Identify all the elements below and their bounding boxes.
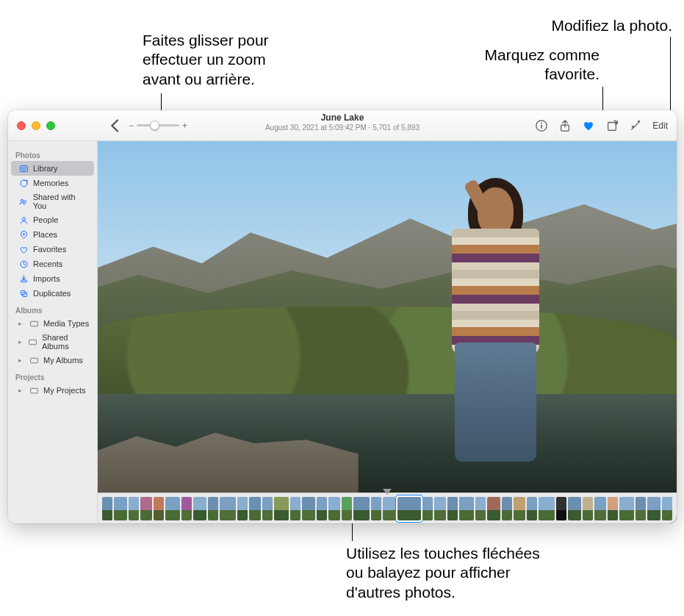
sidebar-item-favorites[interactable]: Favorites xyxy=(11,242,94,257)
sidebar-item-shared-with-you[interactable]: Shared with You xyxy=(11,190,94,212)
svg-rect-18 xyxy=(30,358,37,363)
filmstrip-thumb[interactable] xyxy=(353,497,370,520)
rotate-icon xyxy=(605,119,619,132)
filmstrip-thumb[interactable] xyxy=(594,497,606,520)
filmstrip-thumb[interactable] xyxy=(317,497,327,520)
filmstrip-thumb[interactable] xyxy=(290,497,300,520)
filmstrip-thumb[interactable] xyxy=(608,497,618,520)
filmstrip-thumb[interactable] xyxy=(487,497,500,520)
filmstrip-thumb[interactable] xyxy=(154,497,164,520)
filmstrip-thumb[interactable] xyxy=(114,497,127,520)
filmstrip-thumb[interactable] xyxy=(568,497,581,520)
main-viewer xyxy=(98,141,677,523)
window-body: Photos Library Memories Shared with You … xyxy=(8,141,677,523)
filmstrip-thumb[interactable] xyxy=(556,497,566,520)
back-button[interactable] xyxy=(107,117,124,135)
folder-icon xyxy=(29,318,39,329)
filmstrip-thumb[interactable] xyxy=(502,497,512,520)
sidebar-item-memories[interactable]: Memories xyxy=(11,176,94,190)
callout-zoom: Faites glisser pour effectuer un zoom av… xyxy=(143,31,269,89)
info-button[interactable] xyxy=(535,119,548,132)
filmstrip-thumb[interactable] xyxy=(397,497,421,520)
zoom-slider[interactable]: − + xyxy=(129,121,187,131)
folder-icon xyxy=(28,337,37,347)
filmstrip-thumb[interactable] xyxy=(514,497,525,520)
sidebar-item-label: Media Types xyxy=(43,319,89,328)
filmstrip-thumb[interactable] xyxy=(434,497,446,520)
filmstrip-thumb[interactable] xyxy=(475,497,486,520)
zoom-thumb[interactable] xyxy=(150,121,159,130)
filmstrip-thumb[interactable] xyxy=(619,497,634,520)
filmstrip-thumb[interactable] xyxy=(181,497,192,520)
filmstrip-thumb[interactable] xyxy=(302,497,315,520)
photo-view[interactable] xyxy=(98,141,677,493)
auto-enhance-button[interactable] xyxy=(629,119,642,132)
photos-window: − + June Lake August 30, 2021 at 5:09:42… xyxy=(8,110,677,523)
library-icon xyxy=(18,163,29,173)
fullscreen-window-button[interactable] xyxy=(46,121,55,130)
sidebar-item-label: Library xyxy=(33,164,58,173)
sidebar-item-recents[interactable]: Recents xyxy=(11,257,94,271)
sidebar-item-shared-albums[interactable]: ▸ Shared Albums xyxy=(11,331,94,353)
filmstrip-thumb[interactable] xyxy=(662,497,672,520)
filmstrip-thumb[interactable] xyxy=(274,497,289,520)
callout-favorite: Marquez comme favorite. xyxy=(485,46,600,85)
sidebar-item-label: Memories xyxy=(33,179,68,187)
filmstrip-thumb[interactable] xyxy=(193,497,206,520)
chevron-right-icon: ▸ xyxy=(18,387,24,394)
filmstrip-thumb[interactable] xyxy=(583,497,593,520)
info-icon xyxy=(535,119,548,132)
filmstrip-thumb[interactable] xyxy=(129,497,139,520)
share-button[interactable] xyxy=(558,119,572,132)
svg-point-8 xyxy=(21,199,24,201)
close-window-button[interactable] xyxy=(17,121,26,130)
filmstrip-thumb[interactable] xyxy=(636,497,646,520)
favorite-button[interactable] xyxy=(582,119,595,132)
edit-button[interactable]: Edit xyxy=(652,121,668,131)
sidebar-item-media-types[interactable]: ▸ Media Types xyxy=(11,316,94,331)
sidebar-item-my-albums[interactable]: ▸ My Albums xyxy=(11,353,94,368)
sidebar-item-imports[interactable]: Imports xyxy=(11,271,94,286)
sidebar-heading-photos: Photos xyxy=(8,146,97,161)
rotate-button[interactable] xyxy=(605,119,619,132)
sidebar-item-label: Shared with You xyxy=(33,193,90,210)
filmstrip-thumb[interactable] xyxy=(165,497,180,520)
sidebar-item-people[interactable]: People xyxy=(11,212,94,227)
filmstrip-thumb[interactable] xyxy=(447,497,458,520)
places-icon xyxy=(18,229,29,240)
sidebar-item-duplicates[interactable]: Duplicates xyxy=(11,286,94,301)
sidebar-heading-projects: Projects xyxy=(8,368,97,383)
callout-edit-line xyxy=(670,37,671,118)
filmstrip-thumb[interactable] xyxy=(262,497,273,520)
chevron-left-icon xyxy=(107,117,124,135)
minimize-window-button[interactable] xyxy=(32,121,40,130)
filmstrip-thumb[interactable] xyxy=(328,497,340,520)
photo-title-block: June Lake August 30, 2021 at 5:09:42 PM … xyxy=(265,113,420,132)
zoom-track[interactable] xyxy=(137,124,179,126)
filmstrip-thumb[interactable] xyxy=(102,497,112,520)
sidebar-item-library[interactable]: Library xyxy=(11,161,94,176)
filmstrip-thumb[interactable] xyxy=(383,497,396,520)
filmstrip[interactable] xyxy=(98,493,677,523)
filmstrip-thumb[interactable] xyxy=(647,497,660,520)
filmstrip-thumb[interactable] xyxy=(371,497,381,520)
filmstrip-thumb[interactable] xyxy=(140,497,152,520)
photo-person xyxy=(416,169,578,468)
sidebar-item-my-projects[interactable]: ▸ My Projects xyxy=(11,383,94,398)
wand-icon xyxy=(629,119,642,132)
filmstrip-thumb[interactable] xyxy=(422,497,433,520)
heart-icon xyxy=(582,119,595,132)
filmstrip-thumb[interactable] xyxy=(459,497,474,520)
sidebar-item-label: Recents xyxy=(33,259,62,268)
filmstrip-thumb[interactable] xyxy=(527,497,537,520)
sidebar-item-label: People xyxy=(33,215,58,224)
filmstrip-thumb[interactable] xyxy=(539,497,555,520)
sidebar-item-places[interactable]: Places xyxy=(11,227,94,242)
filmstrip-thumb[interactable] xyxy=(208,497,218,520)
sidebar-item-label: Favorites xyxy=(33,245,66,254)
filmstrip-thumb[interactable] xyxy=(342,497,352,520)
filmstrip-thumb[interactable] xyxy=(237,497,248,520)
filmstrip-thumb[interactable] xyxy=(249,497,261,520)
duplicates-icon xyxy=(18,288,29,298)
filmstrip-thumb[interactable] xyxy=(220,497,236,520)
